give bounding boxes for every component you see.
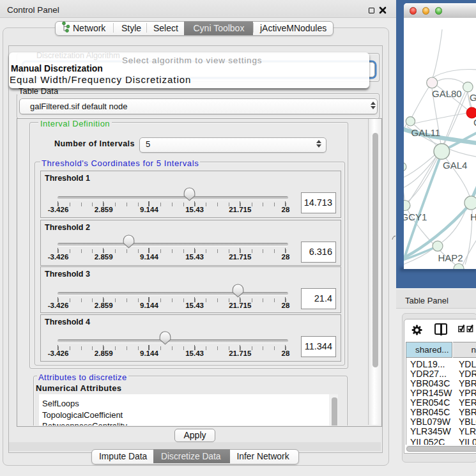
svg-text:HAP2: HAP2 bbox=[438, 252, 463, 263]
svg-text:H: H bbox=[470, 211, 476, 222]
svg-text:GAL4: GAL4 bbox=[443, 160, 467, 171]
svg-text:GA: GA bbox=[470, 92, 476, 103]
svg-text:GCY1: GCY1 bbox=[404, 211, 427, 222]
svg-text:GAL11: GAL11 bbox=[411, 127, 440, 138]
svg-text:GAL80: GAL80 bbox=[432, 88, 462, 99]
svg-text:C: C bbox=[473, 117, 476, 128]
